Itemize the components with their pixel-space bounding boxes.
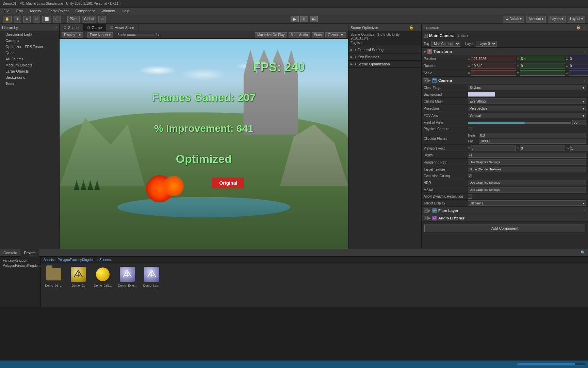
snap-btn[interactable]: ⊞ [98,16,106,22]
move-tool[interactable]: ✛ [14,16,21,22]
audio-menu[interactable]: ⋮ [583,216,586,220]
tag-dropdown[interactable]: MainCamera [431,41,460,47]
menu-component[interactable]: Component [74,9,96,13]
stats-btn[interactable]: Stats [312,32,324,37]
projection-value[interactable]: Perspective ▾ [468,106,586,111]
inspector-menu[interactable]: ⋮ [582,25,586,30]
gizmos-btn[interactable]: Gizmos ▼ [325,32,346,37]
audio-listener-header[interactable]: ✓ ▶ 🔊 Audio Listener ⋮ [422,214,588,222]
sidebar-item-optimizer[interactable]: Optimizer - FPS Tester [0,44,59,50]
camera-menu[interactable]: ⋮ [583,78,586,82]
sidebar-item-background[interactable]: Background [0,74,59,80]
layout-btn[interactable]: Layout ▾ [568,16,585,22]
fov-value[interactable] [572,120,586,125]
hdr-value[interactable]: Use Graphics Settings [468,180,586,185]
optimizer-menu-icon[interactable]: ⋮ [415,25,419,30]
asset-demoexte-item[interactable]: Demo_Exte... [117,266,137,287]
menu-window[interactable]: Window [100,9,116,13]
menu-file[interactable]: File [2,9,11,13]
scale-y[interactable] [520,70,565,76]
position-y[interactable] [520,56,565,61]
sidebar-item-medium-objects[interactable]: Medium Objects [0,62,59,68]
game-tab[interactable]: ⬡ Game [83,24,106,31]
rotation-x[interactable] [471,63,516,68]
fov-axis-value[interactable]: Vertical ▾ [468,113,586,118]
position-z[interactable] [569,56,588,61]
clear-flags-value[interactable]: Skybox ▾ [468,85,586,90]
sidebar-item-all-objects[interactable]: All Objects [0,56,59,62]
hierarchy-plus[interactable]: + [55,26,57,29]
pause-btn[interactable]: ⏸ [300,16,308,22]
original-button[interactable]: Original [212,178,244,188]
layers-btn[interactable]: Layers ▾ [548,16,566,22]
menu-edit[interactable]: Edit [15,9,24,13]
occlusion-culling-checkbox[interactable]: ✓ [468,174,472,178]
aspect-btn[interactable]: Free Aspect ▾ [87,32,113,37]
optimizer-lock-icon[interactable]: 🔒 [409,25,414,30]
near-value[interactable] [479,133,586,138]
rect-tool[interactable]: ⬜ [42,16,51,22]
pivot-btn[interactable]: Pivot [67,16,80,22]
position-x[interactable] [471,56,516,61]
key-bindings-section[interactable]: ▶ + Key Bindings [348,53,421,61]
maximize-on-play-btn[interactable]: Maximize On Play [255,32,287,37]
scale-x[interactable] [471,70,516,76]
mute-audio-btn[interactable]: Mute Audio [289,32,310,37]
play-btn[interactable]: ▶ [291,16,299,22]
scale-slider[interactable] [127,34,154,36]
menu-help[interactable]: Help [120,9,131,13]
display-btn[interactable]: Display 1 ▾ [62,32,83,37]
collab-btn[interactable]: ☁ Collab ▾ [503,16,524,22]
sidebar-item-directional-light[interactable]: Directional Light [0,31,59,37]
sidebar-item-tester[interactable]: Tester [0,80,59,87]
scene-optimization-section[interactable]: ▶ + Scene Optimization [348,61,421,68]
vp-y[interactable] [520,145,565,151]
sidebar-item-camera[interactable]: Camera [0,37,59,44]
flare-menu[interactable]: ⋮ [583,209,586,212]
asset-search-icon[interactable]: 🔍 [581,250,585,255]
scene-tab[interactable]: ⬡ Scene [60,24,83,31]
asset-demo01s-item[interactable]: Demo_01S... [93,266,113,287]
rendering-path-value[interactable]: Use Graphics Settings [468,159,586,165]
account-btn[interactable]: Account ▾ [526,16,546,22]
asset-demolay-item[interactable]: Demo_Lay... [142,266,162,287]
multi-tool[interactable]: ⬡ [53,16,61,22]
msaa-value[interactable]: Use Graphics Settings [468,187,586,193]
rotate-tool[interactable]: ↻ [23,16,31,22]
console-tab[interactable]: Console [0,249,20,257]
object-active-checkbox[interactable]: ✓ [424,34,428,38]
culling-mask-value[interactable]: Everything ▾ [468,98,586,104]
sidebar-item-quad[interactable]: Quad [0,50,59,56]
audio-active-checkbox[interactable]: ✓ [424,216,428,220]
flare-active-checkbox[interactable]: ✓ [424,209,428,213]
rotation-z[interactable] [569,63,588,68]
project-tab[interactable]: Project [20,249,39,257]
asset-store-tab[interactable]: ⬡ Asset Store [106,24,138,31]
target-texture-value[interactable]: None (Render Texture) [468,167,586,172]
transform-header[interactable]: ▶ T Transform ⋮ [422,48,588,55]
menu-assets[interactable]: Assets [28,9,42,13]
asset-side-item-2[interactable]: PolygonFantasyKingdom [0,263,40,268]
background-color-swatch[interactable] [468,92,495,97]
sidebar-item-large-objects[interactable]: Large Objects [0,68,59,74]
rotation-y[interactable] [520,63,565,68]
asset-side-item-1[interactable]: FantasyKingdom [0,258,40,263]
allow-dynamic-checkbox[interactable] [468,195,472,199]
vp-w[interactable] [570,145,588,151]
step-btn[interactable]: ⏭ [310,16,318,22]
physical-camera-checkbox[interactable] [468,127,472,131]
breadcrumb-scenes[interactable]: Scenes [99,258,111,262]
hand-tool[interactable]: ✋ [3,16,12,22]
asset-demo01-item[interactable]: Demo_01 [68,266,88,287]
breadcrumb-polygon[interactable]: PolygonFantasyKingdom [58,258,95,262]
breadcrumb-assets[interactable]: Assets [44,258,54,262]
scale-z[interactable] [569,70,588,76]
menu-gameobject[interactable]: GameObject [46,9,70,13]
far-value[interactable] [479,139,586,144]
scale-tool[interactable]: ⤢ [33,16,40,22]
vp-x[interactable] [471,145,516,151]
camera-active-checkbox[interactable]: ✓ [424,78,428,82]
flare-layer-header[interactable]: ✓ ▶ ✨ Flare Layer ⋮ [422,207,588,214]
add-component-button[interactable]: Add Component [424,225,585,232]
general-settings-section[interactable]: ▶ + General Settings [348,46,421,53]
